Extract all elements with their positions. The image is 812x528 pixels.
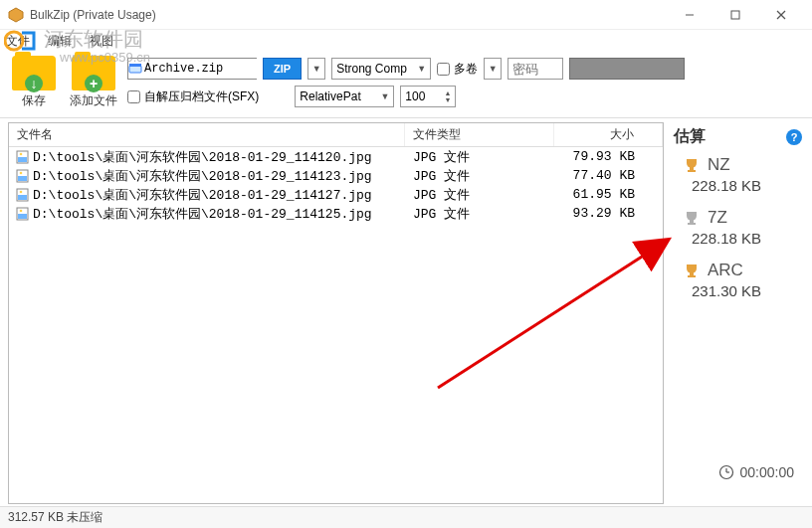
- chevron-down-icon: ▼: [312, 64, 321, 74]
- help-icon[interactable]: ?: [786, 129, 802, 145]
- list-body[interactable]: D:\tools\桌面\河东软件园\2018-01-29_114120.jpgJ…: [9, 147, 663, 503]
- svg-point-19: [19, 209, 22, 212]
- table-row[interactable]: D:\tools\桌面\河东软件园\2018-01-29_114125.jpgJ…: [9, 204, 663, 223]
- menu-file[interactable]: 文件: [6, 33, 30, 50]
- file-name: D:\tools\桌面\河东软件园\2018-01-29_114120.jpg: [31, 148, 405, 166]
- folder-icon: +: [72, 56, 115, 90]
- file-size: 93.29 KB: [554, 206, 663, 221]
- save-label: 保存: [22, 92, 46, 109]
- multivol-checkbox[interactable]: 多卷: [437, 61, 478, 78]
- format-button[interactable]: ZIP: [263, 58, 302, 80]
- path-dropdown[interactable]: RelativePat▼: [295, 86, 394, 107]
- file-name: D:\tools\桌面\河东软件园\2018-01-29_114123.jpg: [31, 167, 405, 185]
- menu-view[interactable]: 视图: [90, 33, 113, 50]
- estimate-size: 231.30 KB: [692, 282, 802, 299]
- spin-up-icon[interactable]: ▲: [444, 89, 451, 96]
- file-size: 61.95 KB: [554, 187, 663, 202]
- add-label: 添加文件: [70, 92, 117, 109]
- svg-rect-9: [18, 157, 27, 162]
- toolbar-form: ZIP ▼ Strong Comp▼ 多卷 ▼ 自解压归档文件(SFX) Rel…: [127, 56, 804, 111]
- menu-edit[interactable]: 编辑: [48, 33, 72, 50]
- svg-rect-2: [731, 11, 739, 19]
- file-icon: [13, 169, 31, 183]
- compression-dropdown[interactable]: Strong Comp▼: [331, 58, 431, 80]
- estimate-item: 7Z228.18 KB: [674, 208, 802, 247]
- file-type: JPG 文件: [405, 148, 554, 166]
- file-name: D:\tools\桌面\河东软件园\2018-01-29_114125.jpg: [31, 205, 405, 223]
- file-list: 文件名 文件类型 大小 D:\tools\桌面\河东软件园\2018-01-29…: [8, 122, 664, 504]
- drive-icon: [128, 63, 142, 75]
- download-badge-icon: ↓: [25, 75, 43, 92]
- col-name[interactable]: 文件名: [9, 123, 405, 146]
- trophy-icon: [684, 210, 700, 226]
- sfx-checkbox[interactable]: 自解压归档文件(SFX): [127, 88, 259, 105]
- file-icon: [13, 150, 31, 164]
- estimate-format: 7Z: [708, 208, 727, 228]
- format-dropdown[interactable]: ▼: [307, 58, 325, 80]
- archive-name-field[interactable]: [127, 58, 257, 80]
- timer: 00:00:00: [718, 464, 795, 480]
- estimate-size: 228.18 KB: [692, 177, 802, 194]
- folder-icon: ↓: [12, 56, 56, 90]
- chevron-down-icon: ▼: [417, 64, 426, 74]
- estimate-size: 228.18 KB: [692, 230, 802, 247]
- svg-rect-7: [129, 64, 141, 67]
- table-row[interactable]: D:\tools\桌面\河东软件园\2018-01-29_114127.jpgJ…: [9, 185, 663, 204]
- add-files-button[interactable]: + 添加文件: [68, 56, 119, 111]
- col-type[interactable]: 文件类型: [405, 123, 554, 146]
- level-spinner[interactable]: 100▲▼: [400, 86, 456, 107]
- svg-rect-18: [18, 214, 27, 219]
- close-button[interactable]: [758, 0, 804, 30]
- spin-down-icon[interactable]: ▼: [444, 96, 451, 103]
- table-row[interactable]: D:\tools\桌面\河东软件园\2018-01-29_114120.jpgJ…: [9, 147, 663, 166]
- chevron-down-icon: ▼: [380, 91, 389, 101]
- minimize-button[interactable]: [667, 0, 712, 30]
- file-type: JPG 文件: [405, 205, 554, 223]
- content-area: 文件名 文件类型 大小 D:\tools\桌面\河东软件园\2018-01-29…: [0, 117, 812, 508]
- file-size: 79.93 KB: [554, 149, 663, 164]
- window-title: BulkZip (Private Usage): [30, 8, 667, 22]
- svg-rect-23: [688, 223, 696, 225]
- file-name: D:\tools\桌面\河东软件园\2018-01-29_114127.jpg: [31, 186, 405, 204]
- svg-rect-24: [690, 272, 694, 275]
- trophy-icon: [684, 263, 700, 278]
- status-text: 312.57 KB 未压缩: [8, 509, 102, 526]
- file-type: JPG 文件: [405, 186, 554, 204]
- list-header: 文件名 文件类型 大小: [9, 123, 663, 147]
- menu-bar: 文件 编辑 视图: [0, 30, 812, 52]
- svg-rect-22: [690, 220, 694, 223]
- svg-rect-25: [688, 275, 696, 277]
- title-bar: BulkZip (Private Usage): [0, 0, 812, 30]
- file-icon: [13, 188, 31, 202]
- svg-rect-21: [688, 170, 696, 172]
- app-icon: [8, 7, 24, 23]
- progress-bar: [569, 58, 685, 80]
- save-button[interactable]: ↓ 保存: [8, 56, 60, 111]
- estimate-item: NZ228.18 KB: [674, 155, 802, 194]
- file-size: 77.40 KB: [554, 168, 663, 183]
- col-size[interactable]: 大小: [554, 123, 663, 146]
- svg-marker-0: [9, 8, 23, 22]
- status-bar: 312.57 KB 未压缩: [0, 506, 812, 528]
- svg-rect-15: [18, 195, 27, 200]
- plus-badge-icon: +: [85, 75, 102, 92]
- sidebar-title: 估算 ?: [674, 126, 802, 147]
- estimate-format: ARC: [708, 261, 743, 280]
- svg-point-13: [19, 171, 22, 174]
- toolbar: ↓ 保存 + 添加文件 ZIP ▼ Strong Comp▼ 多卷 ▼ 自解压归…: [0, 52, 812, 117]
- svg-point-10: [19, 152, 22, 155]
- table-row[interactable]: D:\tools\桌面\河东软件园\2018-01-29_114123.jpgJ…: [9, 166, 663, 185]
- svg-rect-12: [18, 176, 27, 181]
- multivol-dropdown[interactable]: ▼: [484, 58, 502, 80]
- password-input[interactable]: [508, 58, 563, 80]
- sidebar: 估算 ? NZ228.18 KB7Z228.18 KBARC231.30 KB: [668, 118, 812, 508]
- svg-rect-6: [129, 66, 141, 73]
- svg-rect-20: [690, 167, 694, 170]
- estimate-item: ARC231.30 KB: [674, 261, 802, 299]
- estimate-format: NZ: [708, 155, 730, 175]
- maximize-button[interactable]: [712, 0, 758, 30]
- file-icon: [13, 207, 31, 221]
- trophy-icon: [684, 157, 700, 173]
- chevron-down-icon: ▼: [489, 64, 498, 74]
- svg-point-16: [19, 190, 22, 193]
